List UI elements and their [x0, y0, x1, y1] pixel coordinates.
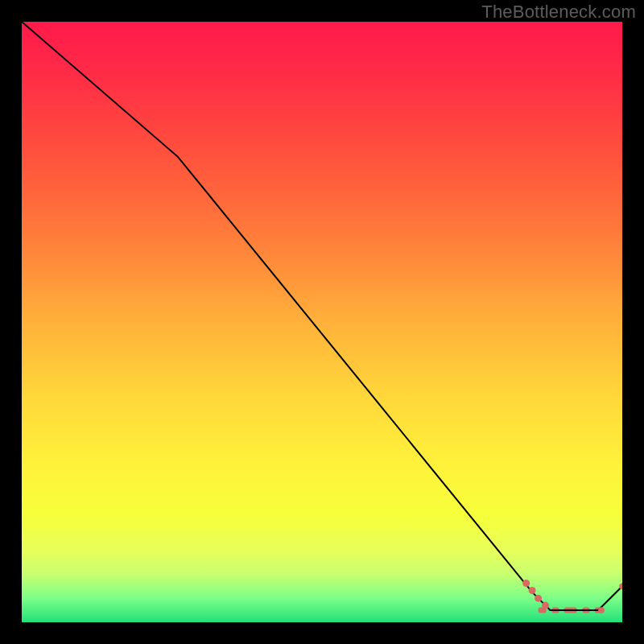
- data-marker: [522, 580, 530, 587]
- data-marker: [529, 587, 536, 594]
- data-marker: [535, 595, 542, 602]
- chart-svg: [22, 22, 622, 622]
- watermark-text: TheBottleneck.com: [481, 2, 636, 23]
- data-marker: [598, 607, 605, 613]
- data-marker: [542, 602, 549, 609]
- gradient-background: [22, 22, 622, 622]
- chart-stage: TheBottleneck.com: [0, 0, 644, 644]
- plot-area: [22, 22, 622, 622]
